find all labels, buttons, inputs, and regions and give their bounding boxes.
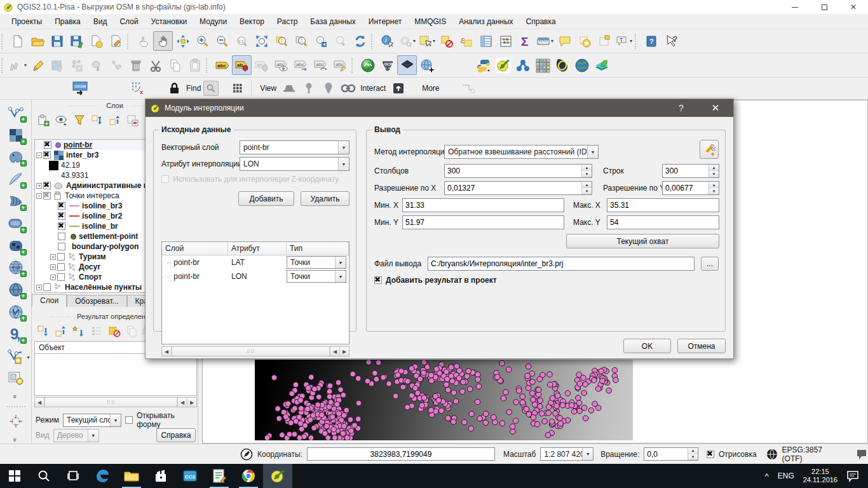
menu-vector[interactable]: Вектор <box>233 15 271 28</box>
render-checkbox[interactable] <box>707 451 714 458</box>
form-view-button[interactable] <box>90 325 103 337</box>
zoom-to-selection-button[interactable] <box>271 31 291 51</box>
zoom-last-button[interactable] <box>311 31 330 51</box>
coordinates-input[interactable]: 3823983,7199049 <box>307 447 495 461</box>
z-coordinate-checkbox[interactable] <box>161 175 169 183</box>
minimize-button[interactable] <box>780 0 810 14</box>
log-messages-icon[interactable] <box>855 449 868 460</box>
show-bookmarks-button[interactable] <box>594 31 614 51</box>
globe-earth-icon[interactable] <box>572 55 592 75</box>
layer-checkbox[interactable] <box>58 243 65 250</box>
run-feature-action-button[interactable]: ▾ <box>397 31 417 51</box>
add-wcs-layer-button[interactable]: + <box>6 281 25 298</box>
remove-button[interactable]: Удалить <box>301 191 349 206</box>
paste-features-button[interactable] <box>185 55 205 75</box>
help-contents-button[interactable]: ? <box>641 31 661 51</box>
browse-button[interactable]: ... <box>701 257 719 271</box>
zoom-next-button[interactable] <box>330 31 350 51</box>
save-project-as-button[interactable] <box>67 31 86 51</box>
menu-analysis[interactable]: Анализ данных <box>452 15 519 28</box>
menu-projects[interactable]: Проекты <box>5 15 48 28</box>
layer-checkbox[interactable] <box>43 182 51 189</box>
table-row[interactable]: ⌐·point-br LON Точки▼ <box>162 269 349 283</box>
open-project-button[interactable] <box>27 31 47 51</box>
qgis-taskbar-icon[interactable] <box>263 464 292 488</box>
language-indicator[interactable]: ENG <box>778 471 794 480</box>
qgis-plugin-icon[interactable] <box>493 55 513 75</box>
touch-zoom-button[interactable] <box>133 31 153 51</box>
col-type[interactable]: Тип <box>287 242 349 255</box>
task-view-button[interactable] <box>58 464 88 488</box>
remove-layer-button[interactable] <box>126 114 139 126</box>
tray-chevron-icon[interactable]: ^ <box>765 471 769 481</box>
manage-visibility-button[interactable] <box>55 114 69 126</box>
pan-map-button[interactable] <box>153 31 173 51</box>
view-combo[interactable]: Дерево▼ <box>53 429 99 442</box>
label-rotate-button[interactable]: abc <box>311 55 330 75</box>
edits-indicator-icon[interactable] <box>240 448 253 461</box>
attribute-combo[interactable]: LON▼ <box>240 157 349 171</box>
add-feature-button[interactable] <box>67 55 86 75</box>
new-from-template-button[interactable] <box>86 31 106 51</box>
notes-app-icon[interactable] <box>205 464 234 488</box>
scale-combo[interactable]: 1:2 807 420▼ <box>540 447 593 461</box>
filter-legend-button[interactable] <box>74 114 85 126</box>
dialog-help-button[interactable]: ? <box>668 99 694 117</box>
menu-raster[interactable]: Растр <box>271 15 304 28</box>
toggle-editing-button[interactable] <box>27 55 47 75</box>
layer-checkbox[interactable] <box>44 141 51 149</box>
add-delimited-text-button[interactable]: 9,+ <box>6 326 25 342</box>
chrome-icon[interactable] <box>234 464 263 488</box>
minx-input[interactable]: 31.33 <box>402 198 564 212</box>
crs-label[interactable]: EPSG:3857 (OTF) <box>782 445 844 463</box>
label-settings-button[interactable]: abc <box>212 55 232 75</box>
lock-icon[interactable] <box>164 79 184 98</box>
pan-to-selection-button[interactable] <box>173 31 193 51</box>
cellx-spinbox[interactable]: 0,01327▲▼ <box>444 181 592 195</box>
add-raster-layer-button[interactable]: + <box>6 127 25 144</box>
add-group-button[interactable] <box>37 114 50 126</box>
ok-button[interactable]: OK <box>623 339 671 353</box>
current-extent-button[interactable]: Текущий охват <box>566 234 719 248</box>
vertex-tool-icon[interactable]: ▾ <box>6 348 25 365</box>
scroll-left-arrow[interactable]: ◀ <box>35 398 44 407</box>
add-mssql-layer-button[interactable]: + <box>6 193 25 210</box>
dialog-close-button[interactable]: ✕ <box>703 99 728 117</box>
menu-mmqgis[interactable]: MMQGIS <box>408 15 452 28</box>
zoom-native-button[interactable]: 1:1 <box>232 31 252 51</box>
cols-spinbox[interactable]: 300▲▼ <box>444 164 592 178</box>
notification-center-icon[interactable] <box>846 470 859 482</box>
view-marker-icon[interactable] <box>318 79 338 98</box>
tab-browser[interactable]: Обозреват... <box>67 295 126 307</box>
scroll-thumb[interactable]: ⠿⠿ <box>172 347 330 356</box>
add-db2-layer-button[interactable]: + <box>6 238 25 254</box>
dock-overflow-chevron-2[interactable]: » <box>6 435 25 444</box>
scroll-thumb[interactable]: ⠿⠿ <box>44 398 177 407</box>
add-spatialite-layer-button[interactable]: + <box>6 171 25 187</box>
add-wfs-layer-button[interactable]: + <box>6 304 25 320</box>
project-properties-button[interactable] <box>106 31 126 51</box>
scroll-left-arrow[interactable]: ◀ <box>162 347 172 356</box>
collapse-tree-button[interactable] <box>55 325 67 337</box>
shape-tool-icon[interactable] <box>459 79 478 98</box>
select-by-expression-button[interactable]: ε <box>456 31 476 51</box>
add-vector-layer-button[interactable]: + <box>6 105 25 121</box>
expand-all-button[interactable] <box>90 114 103 126</box>
label-pin-button[interactable]: ab <box>232 55 252 75</box>
identify-hscrollbar[interactable]: ◀ ⠿⠿ ◀ ▶ <box>34 397 197 407</box>
interact-icon[interactable] <box>388 79 408 98</box>
collapse-all-button[interactable] <box>108 114 121 126</box>
leaf-layers-icon[interactable] <box>592 55 611 75</box>
type-combo[interactable]: Точки▼ <box>287 256 346 269</box>
zoom-to-layer-button[interactable] <box>291 31 311 51</box>
save-edits-button[interactable] <box>47 55 67 75</box>
expand-tree-button[interactable] <box>37 325 50 337</box>
layer-checkbox[interactable] <box>58 202 65 210</box>
layer-checkbox[interactable] <box>43 151 51 159</box>
find-search-button[interactable] <box>203 81 219 96</box>
maxy-input[interactable]: 54 <box>607 215 719 229</box>
add-button[interactable]: Добавить <box>238 191 294 206</box>
save-project-button[interactable] <box>47 31 67 51</box>
map-composer-icon[interactable] <box>6 370 25 387</box>
help-button[interactable]: Справка <box>156 428 196 442</box>
